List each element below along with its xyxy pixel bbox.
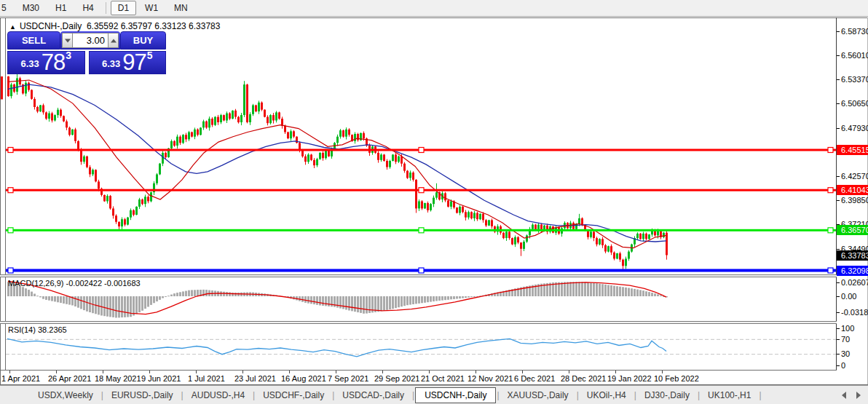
timeframe-button-mn[interactable]: MN [167,1,195,15]
date-tick-label: 28 Dec 2021 [561,374,606,383]
sell-button[interactable]: SELL [7,31,60,49]
tab-scroll-controls [842,392,861,399]
rsi-tick-label: 100 [837,324,868,333]
chart-tab-usdx-weekly[interactable]: USDX,Weekly [31,388,100,403]
tab-separator: | [412,390,414,400]
line-drag-handle [828,188,833,193]
price-level-badge: 6.33783 [837,250,868,261]
rsi-splitter[interactable] [0,321,837,324]
chart-tab-uk100-h1[interactable]: UK100-,H1 [701,388,758,403]
timeframe-button-m30[interactable]: M30 [15,1,47,15]
date-tick [9,371,10,373]
chevron-down-icon [65,39,71,42]
tab-scroll-right-icon[interactable] [856,392,861,399]
buy-price-big-digits: 97 [122,53,146,71]
date-tick-label: 21 Oct 2021 [421,374,465,383]
tab-separator: | [332,390,334,400]
sell-price-prefix: 6.33 [20,58,39,69]
buy-price-pip-digit: 5 [147,49,153,61]
chart-tab-dj30-daily[interactable]: DJ30-,Daily [637,388,697,403]
date-tick-label: 29 Sep 2021 [374,374,419,383]
price-tick-label: 6.39850 [837,196,868,205]
line-drag-handle [828,228,833,233]
timeframe-button-h4[interactable]: H4 [75,1,100,15]
price-tick-label: 6.42570 [837,172,868,181]
date-tick-label: 18 May 2021 [95,374,141,383]
date-tick-label: 12 Nov 2021 [467,374,513,383]
date-tick [429,371,430,373]
line-drag-handle [8,148,13,153]
volume-decrease-button[interactable] [62,33,73,48]
symbol-marker-icon: ▲ [9,23,16,31]
chart-tab-usdcad-daily[interactable]: USDCAD-,Daily [335,388,411,403]
date-tick [336,371,336,373]
line-drag-handle [419,268,424,273]
price-tick-label: 6.53370 [837,75,868,84]
rsi-label: RSI(14) 38.2365 [8,325,67,334]
macd-tick-label: 0.00 [837,292,868,301]
volume-input[interactable] [73,33,108,48]
date-tick-label: 1 Jul 2021 [188,374,225,383]
tab-scroll-left-icon[interactable] [842,392,846,399]
date-tick [149,371,150,373]
timeframe-button-h1[interactable]: H1 [48,1,74,15]
price-level-badge: 6.36570 [837,225,868,235]
chart-tab-usdchf-daily[interactable]: USDCHF-,Daily [256,388,331,403]
line-drag-handle [419,148,424,153]
date-tick [662,371,663,373]
price-tick-label: 6.56010 [837,51,868,60]
sell-price-pip-digit: 3 [66,49,71,61]
timeframe-button-5[interactable]: 5 [0,1,14,15]
line-drag-handle [419,188,424,193]
tab-separator: | [253,390,255,400]
timeframe-button-w1[interactable]: W1 [138,1,165,15]
buy-price-display[interactable]: 6.33 97 5 [89,51,167,74]
volume-increase-button[interactable] [108,33,119,48]
rsi-indicator-canvas[interactable] [0,324,836,370]
macd-tick-label: 0.02607 [837,278,868,288]
tab-separator: | [577,390,579,400]
chart-tab-audusd-h4[interactable]: AUDUSD-,H4 [184,388,252,403]
edge-candle [1,76,3,100]
tab-separator: | [698,390,700,400]
timeframe-toolbar: 5M30H1H4D1W1MN [0,0,868,17]
sell-price-big-digits: 78 [42,53,65,71]
chart-tab-bar: USDX,Weekly|EURUSD-,Daily|AUDUSD-,H4|USD… [0,385,868,404]
price-level-badge: 6.45515 [837,145,868,155]
sell-price-display[interactable]: 6.33 78 3 [7,51,85,74]
price-tick-label: 6.58730 [837,27,868,36]
line-drag-handle [8,228,13,233]
tab-separator: | [759,390,761,400]
chart-ohlc-values: 6.35592 6.35797 6.33123 6.33783 [87,21,221,31]
chevron-up-icon [111,39,117,42]
timeframe-button-d1[interactable]: D1 [111,1,136,15]
line-drag-handle [8,188,13,193]
date-tick [289,371,290,373]
date-tick-label: 9 Jun 2021 [141,374,181,383]
rsi-tick-label: 70 [837,335,868,344]
chart-symbol-title: USDCNH-,Daily [20,21,82,31]
rsi-line [7,338,666,357]
chart-ohlc-header: ▲USDCNH-,Daily 6.35592 6.35797 6.33123 6… [9,21,220,31]
macd-splitter[interactable] [0,274,837,277]
date-tick [569,371,569,373]
tab-separator: | [101,390,103,400]
tab-separator: | [181,390,184,400]
date-tick [476,371,476,373]
line-drag-handle [8,268,13,273]
one-click-trading-panel: SELL BUY 6.33 78 3 6.33 97 5 [7,31,166,74]
date-tick-label: 19 Jan 2022 [607,374,652,383]
date-tick-label: 6 Dec 2021 [514,374,555,383]
chart-tab-xauusd-daily[interactable]: XAUUSD-,Daily [500,388,576,403]
date-tick [242,371,243,373]
chart-tab-eurusd-daily[interactable]: EURUSD-,Daily [104,388,181,403]
macd-label: MACD(12,26,9) -0.002422 -0.001683 [8,279,141,288]
chart-tab-ukoil-h4[interactable]: UKOil-,H4 [580,388,634,403]
price-tick-label: 6.47930 [837,124,868,133]
date-tick-label: 16 Aug 2021 [281,374,326,383]
volume-stepper [60,31,120,49]
rsi-tick-label: 30 [837,349,868,359]
date-tick-label: 10 Feb 2022 [654,374,699,383]
chart-tab-usdcnh-daily[interactable]: USDCNH-,Daily [415,387,496,403]
buy-button[interactable]: BUY [120,31,166,49]
